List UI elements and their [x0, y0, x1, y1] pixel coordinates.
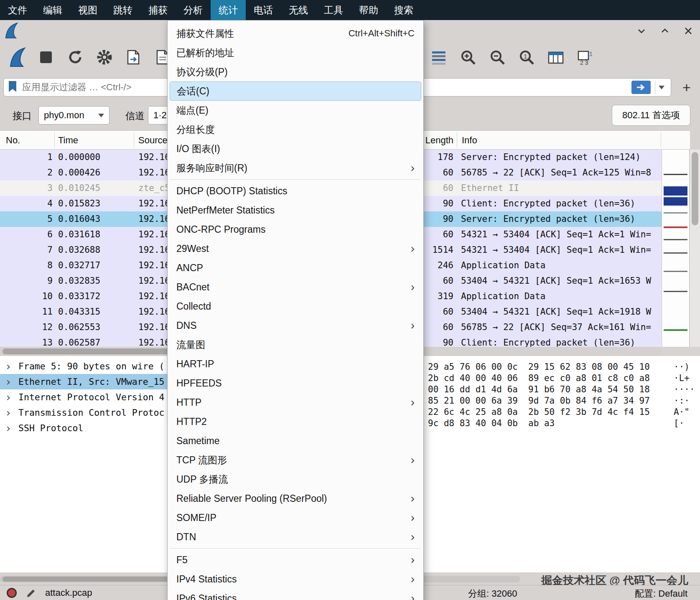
menubar-item-工具[interactable]: 工具 [316, 0, 351, 20]
menu-item-TCP 流图形[interactable]: TCP 流图形› [170, 450, 421, 470]
capture-comment-icon[interactable] [26, 587, 37, 600]
menu-item-端点(E)[interactable]: 端点(E) [170, 101, 421, 120]
detail-row-label: Frame 5: 90 bytes on wire ( [18, 361, 165, 371]
expand-chevron-icon[interactable]: › [5, 360, 13, 373]
menubar-item-无线[interactable]: 无线 [281, 0, 316, 20]
menu-item-label: 服务响应时间(R) [176, 162, 398, 175]
menu-item-ONC-RPC Programs[interactable]: ONC-RPC Programs [170, 220, 421, 239]
menu-item-HTTP[interactable]: HTTP› [170, 393, 421, 412]
hex-row[interactable]: 29 a5 76 06 00 0c29 15 62 83 08 00 45 10… [424, 362, 700, 373]
menu-item-服务响应时间(R)[interactable]: 服务响应时间(R)› [170, 158, 421, 178]
menu-item-IPv4 Statistics[interactable]: IPv4 Statistics› [170, 569, 421, 589]
menu-item-DNS[interactable]: DNS› [170, 316, 421, 335]
maximize-icon[interactable] [659, 25, 671, 37]
menu-item-DHCP (BOOTP) Statistics[interactable]: DHCP (BOOTP) Statistics [170, 181, 421, 201]
menu-item-Sametime[interactable]: Sametime [170, 431, 421, 450]
menubar-item-搜索[interactable]: 搜索 [386, 0, 421, 20]
zoom-in-icon[interactable] [456, 45, 480, 69]
column-divider[interactable] [457, 132, 457, 147]
wireless-prefs-button[interactable]: 802.11 首选项 [612, 105, 690, 126]
menubar-item-文件[interactable]: 文件 [0, 0, 35, 20]
menu-item-NetPerfMeter Statistics[interactable]: NetPerfMeter Statistics [170, 201, 421, 220]
menubar-item-跳转[interactable]: 跳转 [105, 0, 140, 20]
menubar-item-帮助[interactable]: 帮助 [351, 0, 386, 20]
menubar-item-视图[interactable]: 视图 [70, 0, 105, 20]
zoom-out-icon[interactable] [486, 45, 509, 69]
intelligent-scrollbar[interactable] [662, 150, 690, 347]
column-divider[interactable] [134, 132, 134, 147]
expert-info-icon[interactable] [7, 588, 17, 598]
expand-chevron-icon[interactable]: › [5, 376, 13, 388]
scrollbar-thumb[interactable] [3, 577, 170, 582]
apply-filter-button[interactable] [631, 81, 651, 94]
menu-item-F5[interactable]: F5› [170, 550, 421, 569]
menu-item-已解析的地址[interactable]: 已解析的地址 [170, 43, 421, 62]
menu-item-BACnet[interactable]: BACnet› [170, 277, 421, 297]
zoom-original-icon[interactable]: 1 [515, 45, 538, 69]
packet-cell-info: 56785 → 22 [ACK] Seq=1 Ack=125 Win=8 [461, 168, 660, 178]
menu-item-label: ANCP [176, 262, 415, 274]
profile-label[interactable]: 配置: Default [635, 587, 687, 600]
menu-item-HTTP2[interactable]: HTTP2 [170, 412, 421, 431]
filter-dropdown-caret-icon[interactable] [655, 81, 667, 94]
column-divider[interactable] [661, 132, 661, 147]
minimize-icon[interactable] [636, 25, 647, 37]
menu-item-29West[interactable]: 29West› [170, 239, 421, 258]
menu-item-Reliable Server Pooling (RSerPool)[interactable]: Reliable Server Pooling (RSerPool)› [170, 489, 421, 508]
menu-item-label: 已解析的地址 [176, 46, 415, 59]
menu-item-ANCP[interactable]: ANCP [170, 258, 421, 277]
filter-bookmark-icon[interactable] [7, 80, 18, 94]
menu-item-协议分级(P)[interactable]: 协议分级(P) [170, 62, 421, 81]
capture-options-icon[interactable] [93, 45, 116, 69]
menu-item-Collectd[interactable]: Collectd [170, 297, 421, 316]
menu-item-I/O 图表(I)[interactable]: I/O 图表(I) [170, 139, 421, 158]
menubar-item-电话[interactable]: 电话 [246, 0, 281, 20]
packet-cell-info: Server: Encrypted packet (len=36) [461, 214, 660, 224]
hex-row[interactable]: 22 6c 4c 25 a8 0a2b 50 f2 3b 7d 4c f4 15… [424, 407, 700, 418]
menu-item-HPFEEDS[interactable]: HPFEEDS [170, 374, 421, 393]
menubar-item-编辑[interactable]: 编辑 [35, 0, 70, 20]
menu-item-HART-IP[interactable]: HART-IP [170, 354, 421, 374]
hex-row[interactable]: 9c d8 83 40 04 0bab a3[· [424, 418, 700, 430]
numbered-columns-icon[interactable]: 12 3 [573, 45, 597, 69]
menu-item-DTN[interactable]: DTN› [170, 527, 421, 547]
menubar-item-分析[interactable]: 分析 [176, 0, 211, 20]
close-icon[interactable] [682, 25, 694, 37]
expand-chevron-icon[interactable]: › [5, 407, 13, 419]
detail-row-label: Ethernet II, Src: VMware_15 [18, 376, 165, 387]
packet-cell-no: 13 [0, 338, 53, 347]
menu-item-流量图[interactable]: 流量图 [170, 335, 421, 354]
resize-columns-icon[interactable] [544, 45, 568, 69]
hex-bytes: 91 b6 70 a8 4a 54 50 18 [528, 384, 650, 394]
menu-item-IPv6 Statistics[interactable]: IPv6 Statistics› [170, 589, 421, 600]
expand-chevron-icon[interactable]: › [5, 391, 13, 404]
hex-row[interactable]: 85 21 00 00 6a 399d 7a 0b 84 f6 a7 34 97… [424, 396, 700, 407]
menu-item-UDP 多播流[interactable]: UDP 多播流 [170, 470, 421, 489]
open-capture-file-icon[interactable] [122, 45, 145, 69]
packet-list-vscrollbar[interactable] [690, 150, 700, 347]
column-divider[interactable] [54, 132, 55, 147]
add-filter-button[interactable]: + [677, 78, 696, 97]
menu-item-分组长度[interactable]: 分组长度 [170, 120, 421, 139]
expand-chevron-icon[interactable]: › [5, 422, 13, 435]
hex-row[interactable]: 2b cd 40 00 40 0689 ec c0 a8 01 c8 c0 a8… [424, 373, 700, 384]
column-header-no[interactable]: No. [6, 135, 20, 146]
menu-item-捕获文件属性[interactable]: 捕获文件属性Ctrl+Alt+Shift+C [170, 24, 421, 43]
colorize-packet-list-icon[interactable] [427, 45, 451, 69]
hex-row[interactable]: 00 16 dd d1 4d 6a91 b6 70 a8 4a 54 50 18… [424, 384, 700, 396]
menu-item-SOME/IP[interactable]: SOME/IP› [170, 508, 421, 527]
column-header-info[interactable]: Info [462, 135, 477, 146]
packet-cell-no: 9 [0, 276, 53, 286]
column-header-source[interactable]: Source [138, 135, 168, 146]
column-header-time[interactable]: Time [58, 135, 78, 146]
packet-cell-no: 2 [0, 168, 53, 178]
wireshark-fin-icon[interactable] [5, 45, 28, 69]
menu-item-会话(C)[interactable]: 会话(C) [170, 81, 421, 101]
restart-capture-icon[interactable] [64, 45, 87, 69]
column-header-length[interactable]: Length [420, 135, 453, 146]
stop-capture-icon[interactable] [34, 45, 58, 69]
interface-select[interactable]: phy0.mon [38, 106, 109, 125]
scrollbar-thumb[interactable] [692, 152, 698, 225]
menubar-item-捕获[interactable]: 捕获 [140, 0, 176, 20]
menubar-item-统计[interactable]: 统计 [211, 0, 246, 20]
